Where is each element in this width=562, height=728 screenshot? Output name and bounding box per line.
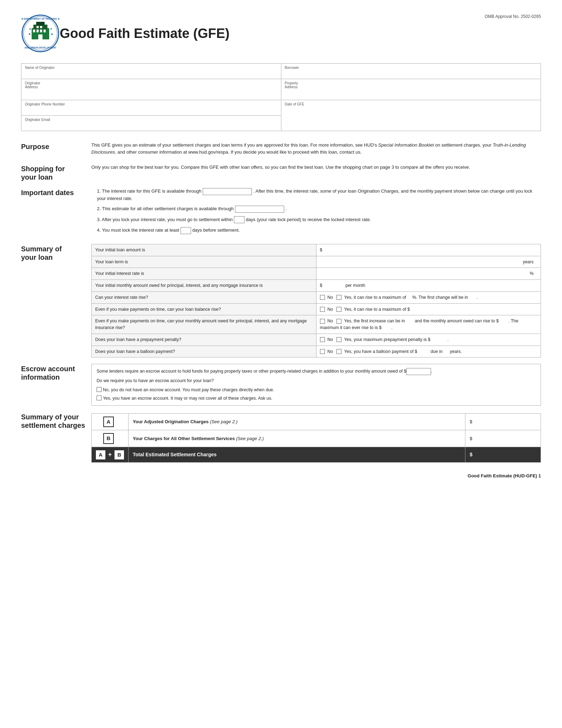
total-plus: + (108, 451, 112, 458)
date1-input[interactable] (203, 188, 252, 195)
row-a-value: $ (465, 413, 541, 430)
svg-rect-7 (33, 30, 35, 32)
checkbox-yes-monthly[interactable] (336, 319, 341, 324)
checkbox-yes-balance[interactable] (336, 307, 341, 312)
date2-pre: 2. This estimate for all other settlemen… (97, 206, 234, 211)
checkbox-no-monthly[interactable] (320, 319, 325, 324)
settlement-label: Summary of yoursettlement charges (21, 412, 91, 463)
originator-name-value[interactable] (25, 70, 277, 77)
purpose-label: Purpose (21, 142, 91, 157)
purpose-text: This GFE gives you an estimate of your s… (91, 142, 541, 155)
table-row: Can your interest rate rise? No Yes, it … (92, 291, 541, 303)
header: OMB Approval No. 2502-0265 ★ DEPARTMENT … (21, 14, 541, 53)
checkbox-yes-rate[interactable] (336, 295, 341, 300)
checkbox-yes-prepay[interactable] (336, 337, 341, 342)
total-badge-a: A (96, 450, 105, 460)
loan-row1-right: $ (316, 244, 541, 256)
svg-rect-6 (36, 22, 45, 25)
omb-number: OMB Approval No. 2502-0265 (485, 14, 541, 19)
date-item-3: 3. After you lock your interest rate, yo… (91, 216, 541, 224)
table-row: Your initial interest rate is % (92, 268, 541, 280)
loan-row3-right: % (316, 268, 541, 280)
row-b-value: $ (465, 430, 541, 447)
table-row: Your loan term is years (92, 256, 541, 268)
svg-text:★: ★ (50, 27, 52, 31)
date1-pre: 1. The interest rate for this GFE is ava… (97, 188, 201, 194)
originator-email-value[interactable] (25, 122, 277, 129)
checkbox-escrow-no[interactable] (97, 387, 102, 392)
loan-table: Your initial loan amount is $ Your loan … (91, 244, 541, 358)
info-table: Name of Originator Borrower OriginatorAd… (21, 63, 541, 131)
loan-row5-left: Can your interest rate rise? (92, 291, 316, 303)
date2-post: . (286, 206, 287, 211)
row-b-note: (See page 2.) (236, 436, 264, 441)
svg-rect-12 (40, 26, 42, 28)
loan-row9-left: Does your loan have a balloon payment? (92, 346, 316, 357)
property-address-value[interactable] (285, 90, 537, 96)
footer: Good Faith Estimate (HUD-GFE) 1 (21, 473, 541, 478)
loan-row5-right: No Yes, it can rise to a maximum of %. T… (316, 291, 541, 303)
borrower-value[interactable] (285, 70, 537, 77)
settlement-row-b: B Your Charges for All Other Settlement … (92, 430, 541, 447)
date3-days-input[interactable] (234, 216, 244, 223)
table-row: Your initial monthly amount owed for pri… (92, 280, 541, 292)
settlement-section: Summary of yoursettlement charges A Your… (21, 412, 541, 463)
date-gfe-value[interactable] (285, 107, 537, 113)
loan-summary-content: Your initial loan amount is $ Your loan … (91, 244, 541, 358)
date-gfe-label: Date of GFE (285, 102, 537, 106)
escrow-section: Escrow accountinformation Some lenders r… (21, 364, 541, 406)
svg-text:AND URBAN DEVELOPMENT: AND URBAN DEVELOPMENT (25, 46, 57, 49)
svg-text:★: ★ (29, 27, 31, 31)
table-row: Your initial loan amount is $ (92, 244, 541, 256)
escrow-no-text: No, you do not have an escrow account. Y… (103, 386, 274, 393)
important-dates-section: Important dates 1. The interest rate for… (21, 188, 541, 238)
row-b-text: Your Charges for All Other Settlement Se… (133, 436, 235, 441)
loan-row8-right: No Yes, your maximum prepayment penalty … (316, 334, 541, 346)
svg-text:★: ★ (51, 32, 53, 36)
table-row: Does your loan have a balloon payment? N… (92, 346, 541, 357)
originator-name-label: Name of Originator (25, 66, 277, 70)
svg-rect-9 (40, 30, 42, 32)
table-row: Does your loan have a prepayment penalty… (92, 334, 541, 346)
shopping-text: Only you can shop for the best loan for … (91, 164, 541, 171)
escrow-no-row: No, you do not have an escrow account. Y… (97, 386, 536, 393)
checkbox-no-rate[interactable] (320, 295, 325, 300)
svg-text:★: ★ (28, 32, 31, 36)
borrower-label: Borrower (285, 66, 537, 70)
escrow-box: Some lenders require an escrow account t… (91, 364, 541, 406)
loan-summary-section: Summary ofyour loan Your initial loan am… (21, 244, 541, 358)
loan-row4-left: Your initial monthly amount owed for pri… (92, 280, 316, 292)
total-text: Total Estimated Settlement Charges (128, 447, 465, 463)
date3-pre: 3. After you lock your interest rate, yo… (97, 217, 233, 222)
originator-phone-value[interactable] (25, 107, 277, 113)
loan-row2-right: years (316, 256, 541, 268)
checkbox-no-prepay[interactable] (320, 337, 325, 342)
svg-rect-10 (44, 30, 46, 32)
originator-address-value[interactable] (25, 90, 277, 96)
table-row: Even if you make payments on time, can y… (92, 303, 541, 315)
checkbox-escrow-yes[interactable] (97, 395, 102, 400)
important-dates-content: 1. The interest rate for this GFE is ava… (91, 188, 541, 238)
escrow-amount-input[interactable] (406, 368, 431, 375)
checkbox-no-balloon[interactable] (320, 349, 325, 354)
svg-rect-11 (37, 26, 39, 28)
loan-row7-left: Even if you make payments on time, can y… (92, 315, 316, 334)
loan-row6-left: Even if you make payments on time, can y… (92, 303, 316, 315)
date4-days-input[interactable] (181, 227, 191, 234)
escrow-text1: Some lenders require an escrow account t… (97, 368, 536, 375)
checkbox-yes-balloon[interactable] (336, 349, 341, 354)
row-a-text: Your Adjusted Origination Charges (133, 419, 209, 424)
date-item-4: 4. You must lock the interest rate at le… (91, 227, 541, 234)
checkbox-no-balance[interactable] (320, 307, 325, 312)
badge-a: A (103, 417, 114, 427)
loan-row2-left: Your loan term is (92, 256, 316, 268)
row-a-note: (See page 2.) (210, 419, 238, 424)
shopping-section: Shopping foryour loan Only you can shop … (21, 164, 541, 181)
loan-row1-left: Your initial loan amount is (92, 244, 316, 256)
date2-input[interactable] (235, 206, 284, 213)
loan-row6-right: No Yes, it can rise to a maximum of $ (316, 303, 541, 315)
originator-phone-label: Originator Phone Number (25, 102, 277, 106)
svg-rect-8 (37, 30, 39, 32)
total-value: $ (465, 447, 541, 463)
escrow-label: Escrow accountinformation (21, 364, 91, 406)
